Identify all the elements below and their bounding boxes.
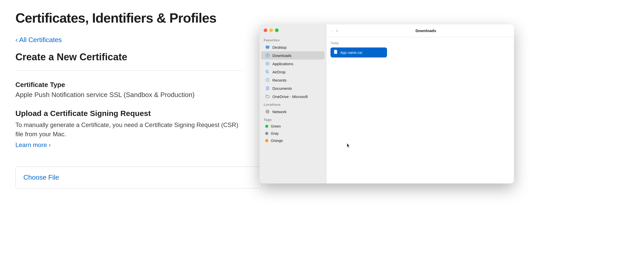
orange-tag-label: Orange: [271, 139, 283, 143]
svg-rect-1: [267, 48, 268, 49]
minimize-button[interactable]: [269, 28, 273, 32]
sidebar-item-desktop[interactable]: Desktop: [261, 43, 325, 51]
sidebar-item-network[interactable]: Network: [261, 108, 325, 116]
airdrop-icon: [265, 70, 270, 74]
network-icon: [265, 109, 270, 114]
forward-button[interactable]: ›: [335, 27, 339, 34]
file-item-csr[interactable]: App name.csr: [330, 47, 387, 57]
gray-dot: [265, 132, 268, 135]
page-title: Certificates, Identifiers & Profiles: [15, 10, 242, 26]
tags-label: Tags: [260, 116, 326, 123]
green-dot: [265, 125, 268, 128]
close-button[interactable]: [264, 28, 267, 32]
sidebar-item-documents[interactable]: Documents: [261, 84, 325, 92]
finder-toolbar: ‹ › Downloads: [326, 24, 514, 37]
onedrive-icon: [265, 94, 270, 99]
recents-icon: [265, 78, 270, 82]
csr-file-icon: [334, 50, 338, 55]
applications-icon: [265, 61, 270, 66]
create-certificate-title: Create a New Certificate: [15, 52, 242, 63]
favorites-label: Favorites: [260, 36, 326, 43]
desktop-icon: [265, 45, 270, 50]
maximize-button[interactable]: [275, 28, 279, 32]
sidebar-airdrop-label: AirDrop: [272, 70, 286, 74]
downloads-icon: [265, 53, 270, 58]
breadcrumb[interactable]: ‹ All Certificates: [15, 36, 242, 44]
nav-arrows: ‹ ›: [330, 27, 339, 34]
upload-csr-group: Upload a Certificate Signing Request To …: [15, 109, 242, 156]
window-controls: [260, 28, 326, 36]
learn-more-link[interactable]: Learn more ›: [15, 141, 51, 149]
sidebar-downloads-label: Downloads: [272, 53, 291, 58]
upload-heading: Upload a Certificate Signing Request: [15, 109, 242, 118]
finder-sidebar: Favorites Desktop Downloads: [260, 24, 326, 183]
sidebar-desktop-label: Desktop: [272, 45, 287, 50]
main-content: Certificates, Identifiers & Profiles ‹ A…: [0, 0, 257, 199]
sidebar-network-label: Network: [272, 110, 287, 114]
sidebar-item-airdrop[interactable]: AirDrop: [261, 68, 325, 76]
certificate-type-group: Certificate Type Apple Push Notification…: [15, 81, 242, 99]
divider: [15, 70, 242, 71]
gray-tag-label: Gray: [271, 131, 279, 135]
csr-file-name: App name.csr: [340, 51, 362, 55]
sidebar-tag-green[interactable]: Green: [261, 123, 325, 130]
finder-window-title: Downloads: [416, 28, 436, 33]
sidebar-documents-label: Documents: [272, 86, 292, 91]
svg-point-4: [267, 63, 268, 64]
svg-rect-0: [266, 46, 269, 48]
sidebar-applications-label: Applications: [272, 62, 293, 66]
sidebar-onedrive-label: OneDrive - Microsoft: [272, 94, 308, 99]
svg-rect-2: [266, 49, 269, 49]
finder-main: ‹ › Downloads Today App name.csr: [326, 24, 514, 183]
locations-label: Locations: [260, 101, 326, 108]
choose-file-button[interactable]: Choose File: [15, 167, 262, 188]
documents-icon: [265, 86, 270, 91]
finder-content: Today App name.csr: [326, 37, 514, 183]
svg-rect-10: [266, 96, 269, 98]
sidebar-item-applications[interactable]: Applications: [261, 60, 325, 68]
certificate-type-label: Certificate Type: [15, 81, 242, 89]
sidebar-tag-gray[interactable]: Gray: [261, 130, 325, 137]
orange-dot: [265, 139, 268, 142]
sidebar-item-recents[interactable]: Recents: [261, 76, 325, 84]
certificate-type-value: Apple Push Notification service SSL (San…: [15, 91, 242, 99]
upload-desc: To manually generate a Certificate, you …: [15, 120, 242, 139]
green-tag-label: Green: [271, 124, 281, 128]
finder-window: Favorites Desktop Downloads: [260, 24, 514, 183]
today-label: Today: [330, 41, 510, 45]
sidebar-item-downloads[interactable]: Downloads: [261, 51, 325, 60]
back-button[interactable]: ‹: [330, 27, 334, 34]
sidebar-item-onedrive[interactable]: OneDrive - Microsoft: [261, 92, 325, 101]
sidebar-recents-label: Recents: [272, 78, 287, 82]
sidebar-tag-orange[interactable]: Orange: [261, 137, 325, 144]
